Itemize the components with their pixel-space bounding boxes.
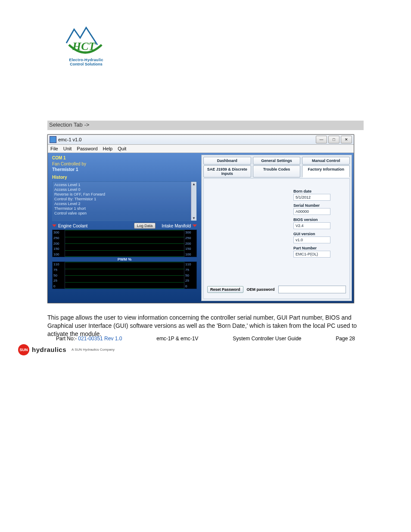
history-list[interactable]: Access Level 1 Access Level 0 Reverse is…	[52, 181, 197, 221]
footer-center1: emc-1P & emc-1V	[156, 336, 198, 342]
born-date-value: 5/1/2012	[293, 194, 330, 201]
history-scrollbar[interactable]: ▲▼	[191, 182, 196, 221]
history-label: History	[50, 174, 199, 180]
menu-bar: File Unit Password Help Quit	[48, 145, 354, 153]
history-line: Access Level 0	[54, 187, 195, 192]
oem-password-label: OEM password	[247, 287, 275, 292]
tab-manual-control[interactable]: Manual Control	[302, 157, 350, 165]
footer-part-no: Part No:- 021-00351 Rev 1.0	[56, 336, 122, 342]
body-paragraph: This page allows the user to view inform…	[47, 314, 362, 338]
maximize-button[interactable]: □	[328, 136, 339, 143]
menu-password[interactable]: Password	[77, 146, 97, 151]
hydraulics-wordmark: hydraulics	[32, 346, 66, 353]
hct-logo: HCT Electro-Hydraulic Control Solutions	[65, 26, 108, 66]
triangle-down-icon	[52, 224, 56, 227]
bios-version-label: BIOS version	[293, 218, 345, 222]
oem-password-input[interactable]	[278, 286, 346, 293]
svg-text:HCT: HCT	[72, 40, 96, 53]
tab-dashboard[interactable]: Dashboard	[203, 157, 251, 165]
menu-file[interactable]: File	[50, 146, 58, 151]
history-line: Control valve open	[54, 211, 195, 216]
fan-controlled-by-value: Thermistor 1	[50, 167, 199, 172]
history-line: Reverse is OFF, Fan Forward	[54, 192, 195, 197]
factory-info-pane: Born date 5/1/2012 Serial Number A00000 …	[203, 178, 350, 299]
menu-unit[interactable]: Unit	[63, 146, 72, 151]
window-titlebar: emc-1 v1.0 — □ ✕	[48, 135, 354, 145]
gui-version-label: GUI version	[293, 232, 345, 236]
menu-help[interactable]: Help	[103, 146, 113, 151]
app-icon	[50, 136, 56, 143]
sun-logo-icon: SUN	[18, 344, 29, 355]
tab-trouble-codes[interactable]: Trouble Codes	[253, 165, 301, 177]
history-line: Access Level 2	[54, 202, 195, 206]
log-data-button[interactable]: Log Data	[134, 223, 156, 229]
tab-general-settings[interactable]: General Settings	[253, 157, 301, 165]
logo-line2: Control Solutions	[65, 62, 108, 66]
right-panel: Dashboard General Settings Manual Contro…	[201, 155, 352, 301]
serial-number-value: A00000	[293, 208, 330, 215]
bios-version-value: V2.4	[293, 222, 330, 229]
serial-number-label: Serial Number	[293, 203, 345, 208]
temperature-chart: 300 250 200 150 100	[52, 230, 197, 257]
gui-version-value: v1.0	[293, 236, 330, 243]
page-footer: Part No:- 021-00351 Rev 1.0 emc-1P & emc…	[0, 336, 411, 355]
close-button[interactable]: ✕	[341, 136, 352, 143]
born-date-label: Born date	[293, 189, 345, 193]
menu-quit[interactable]: Quit	[118, 146, 126, 151]
left-panel: COM 1 Fan Controlled by Thermistor 1 His…	[50, 155, 199, 301]
reset-password-button[interactable]: Reset Password	[207, 286, 243, 293]
window-title: emc-1 v1.0	[58, 137, 81, 142]
history-line: Access Level 1	[54, 183, 195, 187]
triangle-down-icon	[193, 224, 197, 227]
pwm-chart: 110 75 50 25 0	[52, 261, 197, 289]
minimize-button[interactable]: —	[316, 136, 327, 143]
section-heading: Selection Tab ->	[47, 121, 364, 130]
pwm-label: PWM %	[50, 257, 199, 261]
history-line: Thermistor 1 short	[54, 206, 195, 211]
footer-company-sub: A SUN Hydraulics Company	[72, 348, 115, 352]
part-number-value: EMC1-P(OL)	[293, 251, 330, 258]
history-line: Control By: Thermistor 1	[54, 197, 195, 202]
tab-factory-information[interactable]: Factory Information	[302, 165, 350, 177]
footer-page: Page 28	[336, 336, 355, 342]
part-number-label: Part Number	[293, 246, 345, 250]
fan-controlled-by-label: Fan Controlled by	[50, 161, 199, 167]
chart1-left-legend: Engine Coolant	[58, 224, 87, 228]
chart1-right-legend: Intake Manifold	[162, 224, 191, 228]
com-label: COM 1	[50, 155, 199, 161]
tab-sae-j1939[interactable]: SAE J1939 & Discrete Inputs	[203, 165, 251, 177]
footer-center2: System Controller User Guide	[233, 336, 301, 342]
logo-line1: Electro-Hydraulic	[65, 58, 108, 62]
app-window: emc-1 v1.0 — □ ✕ File Unit Password Help…	[47, 134, 354, 303]
